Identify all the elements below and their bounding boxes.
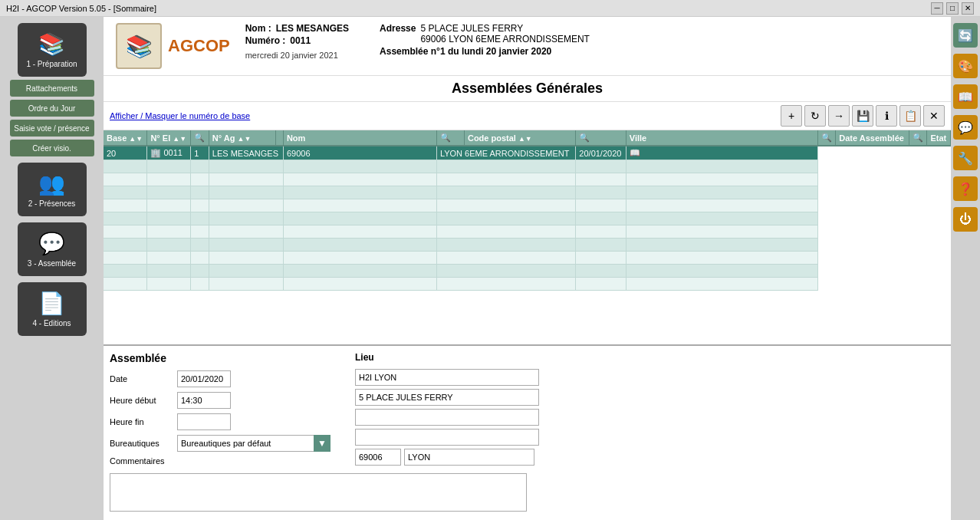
- heure-fin-label: Heure fin: [110, 417, 171, 426]
- lieu-address2-input[interactable]: [355, 409, 539, 426]
- ordre-du-jour-button[interactable]: Ordre du Jour: [10, 100, 94, 117]
- right-btn-settings[interactable]: 🔧: [953, 146, 978, 170]
- sidebar-section-presences: 👥 2 - Présences: [3, 163, 100, 216]
- col-ville[interactable]: Ville: [626, 130, 817, 146]
- info-button[interactable]: ℹ: [876, 105, 897, 127]
- adresse-row: Adresse 5 PLACE JULES FERRY 69006 LYON 6…: [380, 23, 590, 44]
- copy-button[interactable]: 📋: [899, 105, 921, 127]
- sidebar-label-editions: 4 - Editions: [32, 319, 71, 327]
- table-row[interactable]: [104, 212, 951, 225]
- chat-icon: 💬: [38, 231, 65, 256]
- sidebar-btn-presences[interactable]: 👥 2 - Présences: [18, 163, 87, 216]
- refresh-button[interactable]: ↻: [804, 105, 826, 127]
- form-left: Assemblée Date Heure début Heure fin: [110, 352, 340, 470]
- sidebar-btn-editions[interactable]: 📄 4 - Editions: [18, 282, 87, 336]
- book-icon: 📚: [38, 31, 65, 57]
- col-etat[interactable]: Etat: [927, 130, 951, 146]
- table-row[interactable]: [104, 225, 951, 239]
- lieu-address3-input[interactable]: [355, 429, 539, 446]
- logo-book-icon: 📚: [126, 34, 153, 59]
- heure-fin-row: Heure fin: [110, 413, 340, 430]
- col-date-assemblee[interactable]: Date Assemblée: [836, 130, 909, 146]
- table-row[interactable]: [104, 252, 951, 265]
- col-nom[interactable]: Nom: [283, 130, 436, 146]
- col-numero-el[interactable]: N° El ▲▼: [147, 130, 191, 146]
- table-row[interactable]: [104, 265, 951, 278]
- lieu-city-input[interactable]: [404, 449, 534, 466]
- title-bar: H2I - AGCOP Version 5.05 - [Sommaire] ─ …: [0, 0, 980, 17]
- header-date: mercredi 20 janvier 2021: [245, 51, 349, 60]
- bureautiques-select-wrapper: Bureautiques par défaut ▼: [177, 435, 331, 452]
- comments-textarea[interactable]: [110, 473, 527, 512]
- date-label: Date: [110, 374, 171, 383]
- heure-fin-input[interactable]: [177, 413, 231, 430]
- header-info: Nom : LES MESANGES Numéro : 0011 mercred…: [245, 23, 939, 60]
- heure-debut-input[interactable]: [177, 392, 231, 409]
- lieu-postal-input[interactable]: [355, 449, 401, 466]
- sidebar-label-preparation: 1 - Préparation: [26, 60, 77, 68]
- nom-value: LES MESANGES: [276, 23, 349, 34]
- table-row[interactable]: 20 🏢 0011 1 LES MESANGES 69006 LYON 6EME…: [104, 146, 951, 160]
- form-right: Lieu: [355, 352, 539, 470]
- right-btn-help[interactable]: ❓: [953, 176, 978, 201]
- right-btn-book[interactable]: 📖: [953, 84, 978, 109]
- toolbar-buttons: + ↻ → 💾 ℹ 📋 ✕: [781, 105, 945, 127]
- numero-label: Numéro :: [245, 35, 286, 46]
- cell-etat: 📖: [626, 146, 817, 160]
- add-button[interactable]: +: [781, 105, 802, 127]
- next-button[interactable]: →: [828, 105, 850, 127]
- lieu-address1-input[interactable]: [355, 389, 539, 406]
- lieu-label: Lieu: [355, 352, 539, 363]
- cell-ville: LYON 6EME ARRONDISSEMENT: [436, 146, 575, 160]
- bureautiques-label: Bureautiques: [110, 439, 171, 448]
- nom-row: Nom : LES MESANGES: [245, 23, 349, 34]
- cell-base: 20: [104, 146, 147, 160]
- col-search-ag[interactable]: [275, 130, 283, 146]
- assemblees-table: Base ▲▼ N° El ▲▼ 🔍 N° Ag ▲▼ Nom 🔍 Code p…: [104, 130, 951, 291]
- bureautiques-select[interactable]: Bureautiques par défaut: [177, 435, 331, 452]
- document-icon: 📄: [38, 291, 65, 316]
- adresse-label: Adresse: [380, 23, 416, 34]
- table-row[interactable]: [104, 199, 951, 212]
- logo-box: 📚: [116, 23, 162, 69]
- cell-icon-el: 🏢 0011: [147, 146, 191, 160]
- col-search-cp[interactable]: 🔍: [576, 130, 626, 146]
- right-btn-power[interactable]: ⏻: [953, 207, 978, 232]
- maximize-button[interactable]: □: [946, 2, 959, 15]
- col-base[interactable]: Base ▲▼: [104, 130, 147, 146]
- page-title: Assemblées Générales: [104, 76, 951, 102]
- creer-visio-button[interactable]: Créer visio.: [10, 140, 94, 156]
- right-btn-refresh[interactable]: 🔄: [953, 23, 978, 48]
- col-search-nom[interactable]: 🔍: [436, 130, 464, 146]
- table-row[interactable]: [104, 239, 951, 252]
- logo-text: AGCOP: [168, 36, 230, 56]
- minimize-button[interactable]: ─: [931, 2, 943, 15]
- save-button[interactable]: 💾: [852, 105, 873, 127]
- right-btn-palette[interactable]: 🎨: [953, 54, 978, 78]
- table-row[interactable]: [104, 160, 951, 173]
- right-btn-chat[interactable]: 💬: [953, 115, 978, 140]
- bureautiques-row: Bureautiques Bureautiques par défaut ▼: [110, 435, 340, 452]
- table-row[interactable]: [104, 278, 951, 291]
- table-row[interactable]: [104, 186, 951, 199]
- date-input[interactable]: [177, 370, 231, 387]
- col-search-el[interactable]: 🔍: [191, 130, 209, 146]
- toggle-base-link[interactable]: Afficher / Masquer le numéro de base: [110, 111, 250, 120]
- col-search-date[interactable]: 🔍: [909, 130, 927, 146]
- col-search-ville[interactable]: 🔍: [817, 130, 836, 146]
- table-row[interactable]: [104, 173, 951, 186]
- close-record-button[interactable]: ✕: [923, 105, 945, 127]
- col-code-postal[interactable]: Code postal ▲▼: [464, 130, 575, 146]
- saisie-vote-button[interactable]: Saisie vote / présence: [10, 120, 94, 137]
- rattachements-button[interactable]: Rattachements: [10, 80, 94, 97]
- sidebar-label-assemblee: 3 - Assemblée: [28, 259, 76, 268]
- numero-value: 0011: [290, 35, 311, 46]
- header: 📚 AGCOP Nom : LES MESANGES Numéro : 0011…: [104, 17, 951, 76]
- cell-date: 20/01/2020: [576, 146, 626, 160]
- sidebar-btn-preparation[interactable]: 📚 1 - Préparation: [18, 23, 87, 77]
- toolbar: Afficher / Masquer le numéro de base + ↻…: [104, 102, 951, 130]
- sidebar-btn-assemblee[interactable]: 💬 3 - Assemblée: [18, 222, 87, 276]
- close-button[interactable]: ✕: [962, 2, 974, 15]
- lieu-name-input[interactable]: [355, 369, 539, 386]
- col-numero-ag[interactable]: N° Ag ▲▼: [209, 130, 275, 146]
